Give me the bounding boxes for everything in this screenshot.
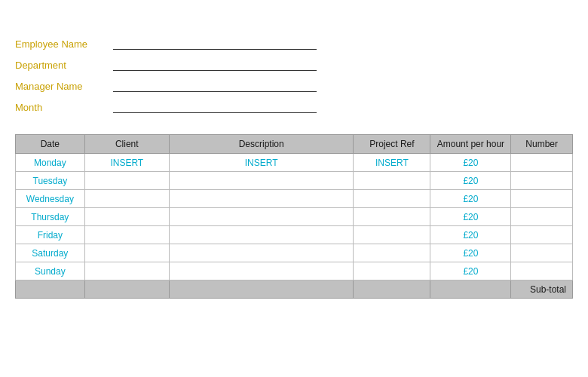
day-cell: Friday (16, 226, 85, 244)
description-cell[interactable] (169, 190, 354, 208)
amount-cell: £20 (430, 208, 511, 226)
number-cell[interactable] (511, 154, 573, 172)
amount-cell: £20 (430, 190, 511, 208)
client-cell[interactable]: INSERT (84, 154, 169, 172)
amount-cell: £20 (430, 262, 511, 280)
client-cell[interactable] (84, 262, 169, 280)
form-input[interactable] (113, 36, 317, 50)
subtotal-empty (84, 280, 169, 299)
table-header-cell: Description (169, 135, 354, 154)
day-cell: Thursday (16, 208, 85, 226)
amount-cell: £20 (430, 226, 511, 244)
form-label: Manager Name (15, 81, 113, 92)
form-section: Employee NameDepartmentManager NameMonth (15, 36, 573, 113)
project-ref-cell[interactable] (354, 262, 430, 280)
description-cell[interactable] (169, 172, 354, 190)
day-cell: Tuesday (16, 172, 85, 190)
table-wrapper: DateClientDescriptionProject RefAmount p… (15, 134, 573, 299)
table-header-cell: Client (84, 135, 169, 154)
number-cell[interactable] (511, 172, 573, 190)
table-header-row: DateClientDescriptionProject RefAmount p… (16, 135, 573, 154)
form-input[interactable] (113, 78, 317, 92)
form-row: Month (15, 100, 573, 113)
client-cell[interactable] (84, 244, 169, 262)
table-row: Wednesday£20 (16, 190, 573, 208)
client-cell[interactable] (84, 190, 169, 208)
project-ref-cell[interactable] (354, 190, 430, 208)
number-cell[interactable] (511, 226, 573, 244)
project-ref-cell[interactable]: INSERT (354, 154, 430, 172)
description-cell[interactable] (169, 262, 354, 280)
amount-cell: £20 (430, 244, 511, 262)
subtotal-empty (169, 280, 354, 299)
number-cell[interactable] (511, 244, 573, 262)
table-header-cell: Project Ref (354, 135, 430, 154)
table-row: Saturday£20 (16, 244, 573, 262)
table-row: Tuesday£20 (16, 172, 573, 190)
description-cell[interactable]: INSERT (169, 154, 354, 172)
number-cell[interactable] (511, 208, 573, 226)
table-row: MondayINSERTINSERTINSERT£20 (16, 154, 573, 172)
project-ref-cell[interactable] (354, 208, 430, 226)
form-row: Department (15, 57, 573, 71)
subtotal-label: Sub-total (511, 280, 573, 299)
table-header-cell: Amount per hour (430, 135, 511, 154)
day-cell: Sunday (16, 262, 85, 280)
table-header-cell: Number (511, 135, 573, 154)
subtotal-empty (16, 280, 85, 299)
form-input[interactable] (113, 57, 317, 71)
description-cell[interactable] (169, 244, 354, 262)
subtotal-row: Sub-total (16, 280, 573, 299)
form-row: Manager Name (15, 78, 573, 92)
amount-cell: £20 (430, 172, 511, 190)
form-label: Employee Name (15, 38, 113, 50)
table-row: Thursday£20 (16, 208, 573, 226)
form-label: Month (15, 102, 113, 113)
project-ref-cell[interactable] (354, 172, 430, 190)
subtotal-empty (354, 280, 430, 299)
project-ref-cell[interactable] (354, 226, 430, 244)
project-ref-cell[interactable] (354, 244, 430, 262)
day-cell: Wednesday (16, 190, 85, 208)
number-cell[interactable] (511, 262, 573, 280)
table-header-cell: Date (16, 135, 85, 154)
description-cell[interactable] (169, 208, 354, 226)
day-cell: Saturday (16, 244, 85, 262)
day-cell: Monday (16, 154, 85, 172)
form-row: Employee Name (15, 36, 573, 50)
amount-cell: £20 (430, 154, 511, 172)
table-row: Sunday£20 (16, 262, 573, 280)
client-cell[interactable] (84, 208, 169, 226)
description-cell[interactable] (169, 226, 354, 244)
timesheet-table: DateClientDescriptionProject RefAmount p… (15, 134, 573, 299)
form-label: Department (15, 60, 113, 71)
table-row: Friday£20 (16, 226, 573, 244)
number-cell[interactable] (511, 190, 573, 208)
subtotal-empty (430, 280, 511, 299)
client-cell[interactable] (84, 226, 169, 244)
form-input[interactable] (113, 100, 317, 113)
client-cell[interactable] (84, 172, 169, 190)
